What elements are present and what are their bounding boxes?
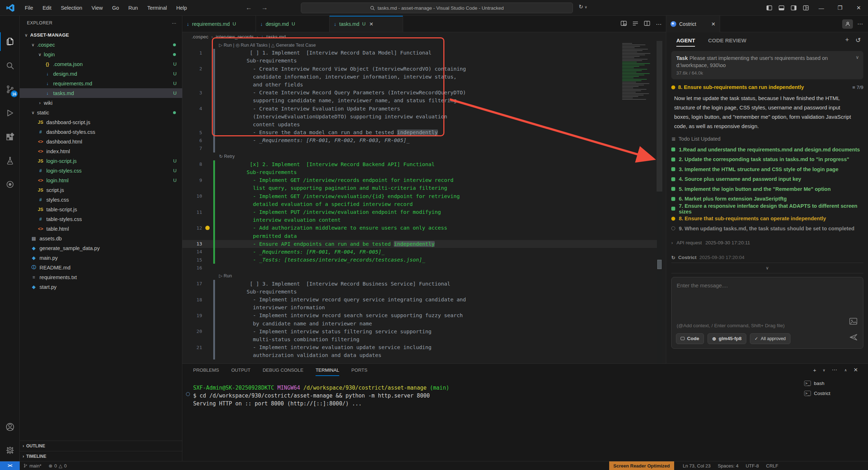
menu-go[interactable]: Go (107, 3, 123, 13)
code-line[interactable]: 15 - _Tests: [testcases/interview_record… (182, 256, 657, 264)
file-row[interactable]: ⓘREADME.md (20, 263, 182, 272)
settings-gear-icon[interactable] (0, 441, 20, 460)
tab-code-review[interactable]: CODE REVIEW (708, 32, 747, 48)
editor-more-icon[interactable]: ⋯ (656, 21, 662, 28)
code-line[interactable]: 16 (182, 264, 657, 272)
file-row[interactable]: ◆main.py (20, 253, 182, 263)
remote-indicator[interactable]: >< (0, 461, 20, 470)
folder-row[interactable]: ›wiki (20, 98, 182, 108)
file-row[interactable]: <>login.htmlU (20, 175, 182, 185)
code-line[interactable]: 5 - Ensure the data model can run and be… (182, 128, 657, 136)
todo-item[interactable]: 8. Ensure that sub-requirements can oper… (671, 214, 863, 224)
breadcrumb-item[interactable]: interview_records (216, 34, 254, 39)
menu-edit[interactable]: Edit (38, 3, 56, 13)
timeline-section[interactable]: ›TIMELINE (20, 451, 182, 461)
terminal-instance-costrict[interactable]: >_Costrict (801, 388, 862, 398)
code-line[interactable]: candidate information, interviewer infor… (182, 73, 657, 81)
panel-tab-problems[interactable]: PROBLEMS (193, 364, 219, 376)
outline-section[interactable]: ›OUTLINE (20, 441, 182, 451)
lightbulb-icon[interactable] (205, 226, 210, 230)
code-line[interactable]: authorization validation and data update… (182, 351, 657, 359)
attach-image-icon[interactable] (849, 318, 857, 326)
encoding-item[interactable]: UTF-8 (742, 461, 762, 470)
todo-item[interactable]: 1.Read and understand the requirements.m… (671, 145, 863, 155)
tab-requirements.md[interactable]: ↓requirements.mdU (182, 16, 256, 32)
panel-tab-debug-console[interactable]: DEBUG CONSOLE (263, 364, 303, 376)
codelens[interactable]: ▷ Run (219, 272, 657, 279)
costrict-extension-icon[interactable] (0, 175, 20, 194)
menu-view[interactable]: View (87, 3, 107, 13)
editor-scrollbar[interactable] (657, 41, 662, 363)
file-row[interactable]: #styles.css (20, 195, 182, 205)
todo-item[interactable]: 7. Ensure a responsive interface design … (671, 204, 863, 214)
code-line[interactable]: 19 - Implement interview record search s… (182, 311, 657, 319)
chat-input-box[interactable]: Enter the message.... (@Add context, / E… (671, 277, 863, 349)
menu-run[interactable]: Run (124, 3, 143, 13)
toggle-panel-icon[interactable] (775, 3, 788, 13)
toggle-sidebar-icon[interactable] (763, 3, 775, 13)
code-line[interactable]: Sub-requirements (182, 57, 657, 65)
todo-item[interactable]: 6. Market plus form extension JavaSeript… (671, 194, 863, 204)
code-line[interactable]: 13 - Ensure API endpoints can run and be… (182, 240, 657, 248)
code-line[interactable]: 8 [x] 2. Implement [Interview Record Bac… (182, 160, 657, 168)
code-line[interactable]: and other fields (182, 81, 657, 89)
code-line[interactable]: 21 - Implement interview evaluation upda… (182, 343, 657, 351)
code-line[interactable]: 4 - Create Interview Evaluation Update P… (182, 105, 657, 113)
code-editor[interactable]: ▷ Run | ◎ Run All Tasks | △ Generate Tes… (182, 41, 657, 363)
open-preview-icon[interactable] (621, 21, 627, 28)
close-icon[interactable]: ✕ (369, 21, 373, 27)
nav-back-icon[interactable]: ← (246, 4, 252, 11)
cursor-position-item[interactable]: Ln 73, Col 23 (679, 461, 714, 470)
tab-tasks.md[interactable]: ↓tasks.mdU✕ (330, 16, 403, 32)
explorer-icon[interactable] (0, 32, 20, 51)
folder-row[interactable]: ∨.cospec (20, 40, 182, 50)
sync-dropdown[interactable]: ↻∨ (579, 4, 587, 10)
model-selector-button[interactable]: ⊕glm45-fp8 (708, 333, 746, 344)
code-line[interactable]: 20 - Implement interview status filterin… (182, 328, 657, 335)
panel-more-icon[interactable]: ⋯ (857, 20, 864, 27)
code-line[interactable]: permitted data (182, 232, 657, 240)
command-center-search[interactable]: tasks.md - asset-manage - Visual Studio … (301, 3, 573, 13)
codelens[interactable]: ▷ Run | ◎ Run All Tasks | △ Generate Tes… (219, 41, 657, 49)
panel-tab-ports[interactable]: PORTS (351, 364, 368, 376)
code-line[interactable]: 1 [ ] 1. Implement [Interview Record Dat… (182, 49, 657, 57)
history-icon[interactable]: ↺ (855, 36, 861, 44)
terminal-instance-bash[interactable]: >_bash (801, 378, 862, 388)
code-line[interactable]: 9 - Implement GET /interview/records end… (182, 176, 657, 184)
code-line[interactable]: list query, supporting pagination and mu… (182, 184, 657, 192)
breadcrumb-item[interactable]: .cospec (192, 34, 209, 39)
code-line[interactable]: 7 (182, 144, 657, 152)
code-line[interactable]: 10 - Implement GET /interview/evaluation… (182, 192, 657, 200)
restore-button[interactable]: ❐ (831, 0, 849, 16)
mode-code-button[interactable]: Code (676, 333, 704, 344)
nav-forward-icon[interactable]: → (261, 4, 268, 11)
task-card[interactable]: Task Please start implementing the user'… (671, 51, 863, 79)
code-line[interactable]: interviewer information (182, 304, 657, 311)
todo-item[interactable]: 5. Implement the login button and the "R… (671, 184, 863, 194)
file-row[interactable]: <>table.html (20, 224, 182, 234)
maximize-panel-icon[interactable]: ∧ (844, 368, 847, 372)
new-terminal-icon[interactable]: + (813, 367, 816, 373)
code-line[interactable]: multi-status combination filtering (182, 335, 657, 343)
current-step-row[interactable]: 8. Ensure sub-requirements can run indep… (671, 84, 863, 90)
chevron-down-icon[interactable]: ∨ (823, 368, 825, 372)
file-row[interactable]: #login-styles.cssU (20, 166, 182, 175)
file-row[interactable]: ↓design.mdU (20, 69, 182, 79)
code-line[interactable]: by candidate name and interviewer name (182, 320, 657, 328)
new-task-icon[interactable]: + (845, 36, 849, 44)
run-debug-icon[interactable] (0, 104, 20, 122)
tab-agent[interactable]: AGENT (676, 32, 695, 48)
code-line[interactable]: 14 - _Requirements: [FR-001, FR-004, FR-… (182, 248, 657, 256)
menu-selection[interactable]: Selection (56, 3, 87, 13)
breadcrumb[interactable]: .cospec›interview_records›↓tasks.md (182, 32, 666, 41)
costrict-tab[interactable]: Costrict ✕ (666, 16, 720, 32)
file-row[interactable]: ▤assets.db (20, 234, 182, 243)
panel-tab-output[interactable]: OUTPUT (231, 364, 250, 376)
todo-item[interactable]: 4. Source plus username and password inp… (671, 174, 863, 184)
file-row[interactable]: {}.cometa.jsonU (20, 59, 182, 69)
code-line[interactable]: 3 - Create Interview Record Query Parame… (182, 89, 657, 97)
code-line[interactable]: Sub-requirements (182, 288, 657, 296)
code-line[interactable]: interview evaluation content (182, 216, 657, 224)
code-line[interactable]: detailed evaluation of a specified inter… (182, 200, 657, 208)
file-row[interactable]: JStable-script.js (20, 205, 182, 214)
